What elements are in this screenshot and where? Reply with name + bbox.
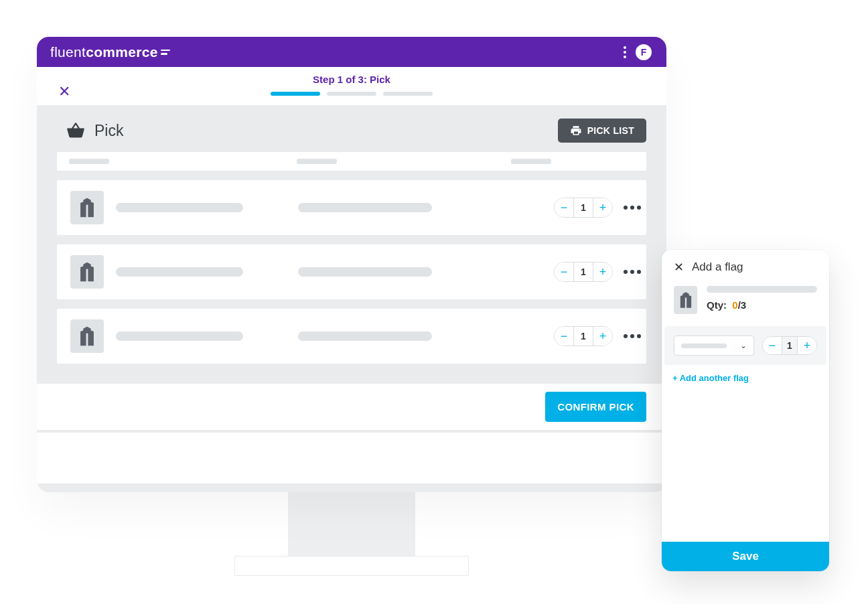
product-detail-placeholder (298, 331, 432, 341)
quantity-stepper[interactable]: − 1 + (554, 198, 613, 218)
title-row: Pick PICK LIST (37, 105, 666, 152)
line-item: − 1 + (57, 180, 646, 235)
progress-segment-3 (383, 92, 433, 96)
modal-product: Qty: 0/3 (662, 281, 829, 326)
product-thumb (70, 255, 104, 289)
footer-blank (37, 433, 666, 483)
jacket-icon (676, 291, 695, 309)
decrement-button[interactable]: − (555, 262, 573, 281)
decrement-button[interactable]: − (763, 337, 782, 354)
product-detail-placeholder (298, 267, 432, 277)
modal-title: Add a flag (692, 260, 743, 274)
monitor-stand (288, 489, 415, 559)
product-thumb (70, 319, 104, 353)
qty-value: 1 (782, 337, 798, 354)
qty-value: 1 (573, 198, 593, 217)
brand-bold: commerce (86, 44, 157, 60)
close-icon[interactable]: ✕ (674, 261, 684, 273)
line-item: − 1 + (57, 309, 646, 364)
quantity-stepper[interactable]: − 1 + (554, 326, 613, 346)
row-menu-icon[interactable] (624, 206, 646, 210)
qty-value: 1 (573, 327, 593, 346)
row-menu-icon[interactable] (624, 270, 646, 274)
product-name-placeholder (707, 286, 817, 293)
product-name-placeholder (116, 203, 243, 212)
basket-icon (66, 121, 85, 140)
page-title: Pick (94, 122, 123, 140)
table-header (57, 152, 646, 171)
brand-logo: fluentcommerce (50, 44, 170, 60)
kebab-menu-icon[interactable] (624, 46, 626, 58)
row-menu-icon[interactable] (624, 334, 646, 338)
avatar[interactable]: F (636, 44, 652, 60)
progress-segment-1 (271, 92, 320, 96)
step-label: Step 1 of 3: Pick (53, 74, 650, 85)
line-item: − 1 + (57, 244, 646, 299)
flag-reason-select[interactable]: ⌄ (674, 335, 754, 356)
product-thumb (70, 191, 104, 224)
increment-button[interactable]: + (593, 262, 612, 281)
jacket-icon (76, 325, 98, 348)
save-button[interactable]: Save (662, 542, 829, 571)
add-flag-modal: ✕ Add a flag Qty: 0/3 ⌄ − 1 + + Add anot… (662, 250, 829, 571)
flag-form: ⌄ − 1 + (664, 326, 826, 365)
jacket-icon (76, 196, 98, 219)
qty-total: /3 (738, 299, 747, 311)
add-another-flag-link[interactable]: + Add another flag (662, 365, 829, 383)
chevron-down-icon: ⌄ (740, 341, 747, 350)
modal-header: ✕ Add a flag (662, 250, 829, 281)
progress-bar (53, 92, 650, 96)
close-icon[interactable]: ✕ (58, 84, 70, 99)
monitor-base (234, 556, 469, 576)
quantity-stepper[interactable]: − 1 + (762, 336, 817, 355)
app-window: fluentcommerce F ✕ Step 1 of 3: Pick Pic… (37, 37, 666, 492)
col-header-placeholder (69, 159, 109, 164)
product-thumb (674, 286, 697, 314)
printer-icon (570, 125, 582, 137)
decrement-button[interactable]: − (555, 198, 573, 217)
decrement-button[interactable]: − (555, 327, 573, 346)
qty-picked: 0 (732, 299, 737, 311)
pick-list-label: PICK LIST (587, 125, 634, 136)
app-header: fluentcommerce F (37, 37, 666, 67)
product-name-placeholder (116, 267, 243, 277)
jacket-icon (76, 260, 98, 283)
confirm-pick-button[interactable]: CONFIRM PICK (545, 392, 646, 422)
wizard-header: ✕ Step 1 of 3: Pick (37, 67, 666, 105)
increment-button[interactable]: + (593, 327, 612, 346)
increment-button[interactable]: + (798, 337, 816, 354)
qty-label: Qty: (707, 299, 727, 311)
product-name-placeholder (116, 331, 243, 341)
col-header-placeholder (297, 159, 337, 164)
select-placeholder (681, 344, 727, 348)
brand-mark-icon (161, 50, 170, 55)
quantity-stepper[interactable]: − 1 + (554, 262, 613, 282)
increment-button[interactable]: + (593, 198, 612, 217)
qty-display: Qty: 0/3 (707, 299, 817, 311)
col-header-placeholder (511, 159, 551, 164)
header-actions: F (624, 44, 652, 60)
product-detail-placeholder (298, 203, 432, 212)
progress-segment-2 (327, 92, 376, 96)
qty-value: 1 (573, 262, 593, 281)
brand-light: fluent (50, 44, 86, 60)
pick-list-button[interactable]: PICK LIST (558, 119, 646, 143)
confirm-bar: CONFIRM PICK (37, 384, 666, 430)
